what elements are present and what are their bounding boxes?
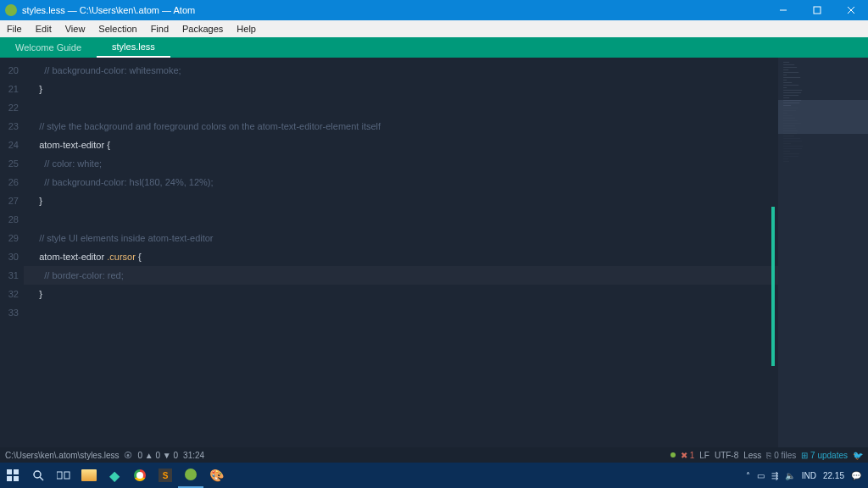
status-file-path[interactable]: C:\Users\ken\.atom\styles.less (5, 451, 119, 460)
tray-volume-icon[interactable]: 🔈 (785, 471, 795, 480)
taskbar-app-sublime[interactable]: S (153, 463, 178, 488)
status-dot-icon (670, 452, 676, 458)
tray-ime[interactable]: IND (802, 471, 816, 480)
tray-battery-icon[interactable]: ▭ (757, 471, 765, 480)
status-cursor-position[interactable]: 31:24 (183, 451, 204, 460)
titlebar: styles.less — C:\Users\ken\.atom — Atom (0, 0, 868, 20)
start-button[interactable] (0, 463, 25, 488)
svg-rect-5 (14, 469, 19, 474)
minimize-button[interactable] (766, 0, 800, 20)
svg-rect-7 (14, 476, 19, 481)
menu-help[interactable]: Help (230, 24, 263, 34)
status-line-ending[interactable]: LF (699, 451, 709, 460)
twitter-icon[interactable]: 🐦 (853, 451, 863, 460)
svg-point-8 (34, 471, 41, 478)
taskbar-app-atom[interactable] (178, 463, 203, 488)
svg-rect-4 (7, 469, 12, 474)
window-title: styles.less — C:\Users\ken\.atom — Atom (22, 5, 766, 15)
app-icon (5, 4, 17, 16)
menu-find[interactable]: Find (144, 24, 175, 34)
menu-file[interactable]: File (0, 24, 29, 34)
taskbar-app-chrome[interactable] (127, 463, 153, 488)
menu-packages[interactable]: Packages (175, 24, 230, 34)
tray-notifications-icon[interactable]: 💬 (851, 471, 861, 480)
tray-clock[interactable]: 22.15 (823, 471, 844, 480)
maximize-button[interactable] (800, 0, 834, 20)
status-grammar[interactable]: Less (743, 451, 761, 460)
editor-area[interactable]: 2021222324252627282930313233 // backgrou… (0, 58, 868, 447)
line-number-gutter[interactable]: 2021222324252627282930313233 (0, 58, 24, 447)
svg-rect-6 (7, 476, 12, 481)
menu-view[interactable]: View (58, 24, 92, 34)
tray-wifi-icon[interactable]: ⇶ (771, 471, 778, 480)
svg-line-9 (40, 477, 43, 480)
menu-selection[interactable]: Selection (92, 24, 143, 34)
windows-taskbar[interactable]: ◆ S 🎨 ˄ ▭ ⇶ 🔈 IND 22.15 💬 (0, 463, 868, 488)
tray-chevron-icon[interactable]: ˄ (746, 471, 750, 480)
status-git-stats[interactable]: 0 ▲ 0 ▼ 0 (137, 451, 178, 460)
diff-marker (771, 207, 775, 366)
tab-bar[interactable]: Welcome Guidestyles.less (0, 37, 868, 58)
tab-styles.less[interactable]: styles.less (97, 37, 170, 58)
taskbar-app-store[interactable]: ◆ (102, 463, 127, 488)
minimap[interactable]: ━━━━━━━━━━━━━━━━━━━━━━━━━━━━━━━━━━━━━━━━… (778, 58, 868, 447)
taskbar-app-paint[interactable]: 🎨 (203, 463, 229, 488)
taskbar-app-explorer[interactable] (76, 463, 102, 488)
search-icon[interactable] (25, 463, 51, 488)
task-view-icon[interactable] (51, 463, 76, 488)
tab-welcome-guide[interactable]: Welcome Guide (0, 37, 97, 58)
close-button[interactable] (834, 0, 868, 20)
status-encoding[interactable]: UTF-8 (715, 451, 738, 460)
svg-rect-10 (57, 472, 62, 479)
menu-edit[interactable]: Edit (29, 24, 58, 34)
menubar[interactable]: FileEditViewSelectionFindPackagesHelp (0, 20, 868, 37)
svg-rect-1 (814, 7, 821, 14)
svg-rect-11 (64, 472, 70, 479)
status-bar: C:\Users\ken\.atom\styles.less ⦿ 0 ▲ 0 ▼… (0, 447, 868, 463)
code-editor[interactable]: // background-color: whitesmoke; } // st… (24, 58, 778, 447)
